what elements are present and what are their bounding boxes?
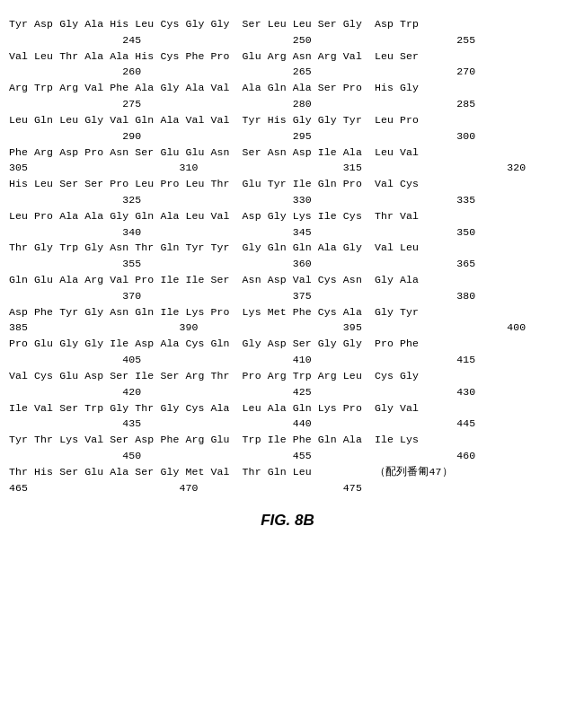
sequence-line: Leu Gln Leu Gly Val Gln Ala Val Val Tyr … xyxy=(9,112,566,128)
sequence-line: Tyr Asp Gly Ala His Leu Cys Gly Gly Ser … xyxy=(9,16,566,32)
sequence-line: Val Cys Glu Asp Ser Ile Ser Arg Thr Pro … xyxy=(9,368,566,384)
sequence-line: 385 390 395 400 xyxy=(9,320,566,336)
sequence-line: 435 440 445 xyxy=(9,416,566,432)
sequence-line: 305 310 315 320 xyxy=(9,160,566,176)
sequence-line: 450 455 460 xyxy=(9,448,566,464)
sequence-line: Tyr Thr Lys Val Ser Asp Phe Arg Glu Trp … xyxy=(9,432,566,448)
sequence-line: 465 470 475 xyxy=(9,480,566,496)
sequence-line: 355 360 365 xyxy=(9,256,566,272)
sequence-line: Val Leu Thr Ala Ala His Cys Phe Pro Glu … xyxy=(9,48,566,65)
sequence-line: 325 330 335 xyxy=(9,192,566,208)
sequence-line: 275 280 285 xyxy=(9,96,566,112)
sequence-line: Pro Glu Gly Gly Ile Asp Ala Cys Gln Gly … xyxy=(9,336,566,352)
sequence-line: Phe Arg Asp Pro Asn Ser Glu Glu Asn Ser … xyxy=(9,145,566,161)
sequence-line: Leu Pro Ala Ala Gly Gln Ala Leu Val Asp … xyxy=(9,208,566,224)
sequence-line: 340 345 350 xyxy=(9,224,566,241)
sequence-line: His Leu Ser Ser Pro Leu Pro Leu Thr Glu … xyxy=(9,176,566,192)
sequence-line: 290 295 300 xyxy=(9,128,566,145)
sequence-line: Asp Phe Tyr Gly Asn Gln Ile Lys Pro Lys … xyxy=(9,304,566,320)
sequence-line: Ile Val Ser Trp Gly Thr Gly Cys Ala Leu … xyxy=(9,400,566,417)
sequence-line: Thr Gly Trp Gly Asn Thr Gln Tyr Tyr Gly … xyxy=(9,240,566,256)
sequence-lines: Tyr Asp Gly Ala His Leu Cys Gly Gly Ser … xyxy=(9,16,566,496)
sequence-line: 245 250 255 xyxy=(9,32,566,48)
figure-label: FIG. 8B xyxy=(9,512,566,530)
sequence-line: 370 375 380 xyxy=(9,288,566,304)
sequence-line: Thr His Ser Glu Ala Ser Gly Met Val Thr … xyxy=(9,464,566,480)
sequence-line: 260 265 270 xyxy=(9,64,566,80)
sequence-line: 420 425 430 xyxy=(9,384,566,400)
sequence-line: Arg Trp Arg Val Phe Ala Gly Ala Val Ala … xyxy=(9,80,566,96)
sequence-line: Gln Glu Ala Arg Val Pro Ile Ile Ser Asn … xyxy=(9,272,566,288)
sequence-line: 405 410 415 xyxy=(9,352,566,368)
sequence-container: Tyr Asp Gly Ala His Leu Cys Gly Gly Ser … xyxy=(9,16,566,530)
